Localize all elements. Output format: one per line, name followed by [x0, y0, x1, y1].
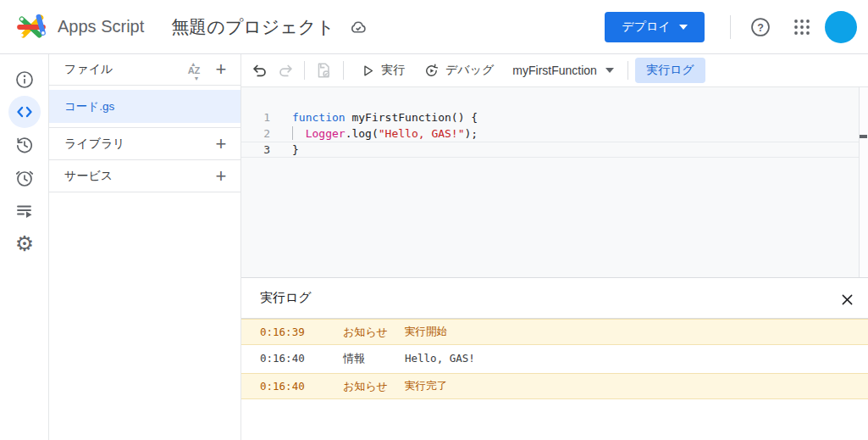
libraries-label: ライブラリ: [64, 136, 125, 152]
chevron-down-icon: [605, 68, 614, 73]
chevron-down-icon: [679, 25, 688, 30]
file-item-code-gs[interactable]: コード.gs: [49, 90, 240, 123]
log-row-notice: 0:16:39お知らせ実行開始: [241, 319, 868, 345]
save-project-icon[interactable]: [312, 58, 335, 82]
triggers-alarm-clock-icon[interactable]: [8, 162, 41, 194]
code-lines: 1function myFirstFunction() {2 Logger.lo…: [241, 109, 859, 158]
main-area: 実行 デバッグ myFirstFunction 実行ログ 1function: [241, 54, 868, 440]
log-row-notice: 0:16:40お知らせ実行完了: [241, 373, 868, 399]
deploy-button-label: デプロイ: [622, 19, 670, 35]
file-name: コード.gs: [64, 99, 114, 114]
log-timestamp: 0:16:40: [260, 352, 343, 365]
redo-icon[interactable]: [274, 58, 297, 82]
help-icon[interactable]: ?: [749, 15, 772, 39]
header-divider: [730, 15, 731, 39]
log-message: Hello, GAS!: [405, 352, 475, 365]
code-line[interactable]: 1function myFirstFunction() {: [241, 109, 859, 125]
log-type: お知らせ: [343, 379, 405, 394]
execution-log-toggle[interactable]: 実行ログ: [635, 58, 705, 83]
services-section: サービス +: [49, 160, 240, 192]
cursor-position-mark: [860, 135, 867, 138]
code-text: function myFirstFunction() {: [270, 109, 478, 125]
files-panel: ファイル AZ▲▼ + コード.gs ライブラリ + サービス +: [49, 54, 241, 440]
log-timestamp: 0:16:39: [260, 326, 343, 338]
log-message: 実行完了: [405, 379, 447, 393]
executions-list-play-icon[interactable]: [8, 195, 41, 227]
history-clock-icon[interactable]: [8, 129, 41, 161]
overview-nav-info-icon[interactable]: [8, 64, 41, 96]
files-panel-header: ファイル AZ▲▼ +: [49, 54, 240, 86]
svg-text:?: ?: [757, 22, 764, 34]
toolbar-divider: [304, 61, 305, 80]
debug-button[interactable]: デバッグ: [423, 63, 494, 79]
close-icon[interactable]: [836, 288, 858, 310]
editor-nav-code-icon[interactable]: [8, 96, 41, 128]
deploy-button[interactable]: デプロイ: [605, 12, 705, 42]
apps-script-logo-icon[interactable]: [14, 11, 49, 43]
az-sort-icon[interactable]: AZ▲▼: [183, 59, 205, 81]
top-header: Apps Script 無題のプロジェクト デプロイ ?: [0, 0, 868, 54]
execution-log-header: 実行ログ: [241, 278, 868, 319]
add-service-plus-icon[interactable]: +: [208, 164, 234, 189]
function-selector-value: myFirstFunction: [512, 64, 597, 77]
cloud-saved-icon[interactable]: [346, 15, 370, 39]
undo-icon[interactable]: [248, 58, 272, 82]
settings-gear-icon[interactable]: ⚙: [8, 227, 41, 259]
line-number: 3: [241, 142, 270, 157]
log-timestamp: 0:16:40: [260, 380, 343, 393]
code-editor[interactable]: 1function myFirstFunction() {2 Logger.lo…: [241, 87, 868, 277]
add-file-plus-icon[interactable]: +: [208, 57, 234, 82]
project-title[interactable]: 無題のプロジェクト: [171, 15, 334, 39]
add-library-plus-icon[interactable]: +: [208, 131, 234, 157]
app-name[interactable]: Apps Script: [58, 17, 144, 36]
debug-label: デバッグ: [445, 63, 494, 78]
log-type: お知らせ: [343, 325, 405, 340]
files-panel-title: ファイル: [64, 62, 113, 77]
log-type: 情報: [343, 351, 405, 366]
google-apps-grid-icon[interactable]: [790, 15, 814, 39]
log-row-info: 0:16:40情報Hello, GAS!: [241, 345, 868, 371]
left-icon-rail: ⚙: [0, 54, 49, 440]
editor-overview-ruler[interactable]: [859, 87, 868, 277]
line-number: 2: [241, 125, 270, 142]
log-message: 実行開始: [405, 325, 447, 339]
toolbar-divider: [343, 61, 344, 80]
code-line[interactable]: 3}: [241, 142, 859, 158]
editor-toolbar: 実行 デバッグ myFirstFunction 実行ログ: [241, 54, 868, 87]
libraries-section: ライブラリ +: [49, 128, 240, 160]
apps-script-window: Apps Script 無題のプロジェクト デプロイ ?: [0, 0, 868, 440]
code-text: Logger.log("Hello, GAS!");: [270, 125, 478, 142]
services-label: サービス: [64, 169, 113, 184]
line-number: 1: [241, 109, 270, 125]
toolbar-divider: [628, 61, 628, 80]
debug-icon: [423, 63, 440, 79]
execution-log-rows: 0:16:39お知らせ実行開始0:16:40情報Hello, GAS!0:16:…: [241, 319, 868, 399]
account-avatar[interactable]: [825, 11, 857, 43]
execution-log-title: 実行ログ: [260, 290, 312, 306]
function-selector[interactable]: myFirstFunction: [512, 64, 614, 77]
code-line[interactable]: 2 Logger.log("Hello, GAS!");: [241, 125, 859, 142]
code-text: }: [270, 142, 299, 157]
run-label: 実行: [381, 63, 405, 78]
execution-log-panel: 実行ログ 0:16:39お知らせ実行開始0:16:40情報Hello, GAS!…: [241, 277, 868, 440]
play-icon: [361, 64, 375, 78]
run-button[interactable]: 実行: [361, 63, 405, 78]
